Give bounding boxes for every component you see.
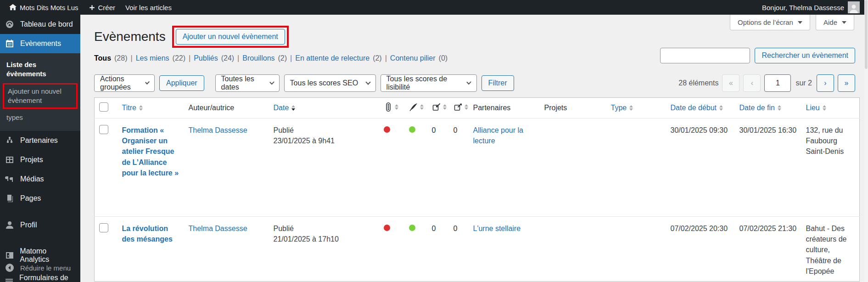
view-posts-label: Voir les articles bbox=[125, 4, 172, 11]
readability-score-badge bbox=[409, 225, 415, 231]
add-new-event-button[interactable]: Ajouter un nouvel évènement bbox=[176, 29, 285, 45]
view-posts-link[interactable]: Voir les articles bbox=[121, 0, 176, 15]
view-link-mine[interactable]: Les miens bbox=[136, 54, 169, 62]
sort-icon bbox=[443, 104, 447, 110]
sidebar-item-projects[interactable]: Projets bbox=[0, 150, 80, 169]
help-button[interactable]: Aide bbox=[816, 15, 854, 30]
view-link-all[interactable]: Tous bbox=[94, 54, 111, 62]
column-partners: Partenaires bbox=[473, 104, 511, 112]
sidebar-item-dashboard[interactable]: Tableau de bord bbox=[0, 15, 80, 34]
sort-icon bbox=[629, 105, 633, 111]
sidebar-item-label: Médias bbox=[20, 175, 44, 183]
view-link-drafts[interactable]: Brouillons bbox=[242, 54, 274, 62]
sort-icon bbox=[139, 105, 143, 111]
sidebar-item-pages[interactable]: Pages bbox=[0, 189, 80, 208]
start-date-cell: 30/01/2025 09:30 bbox=[671, 126, 728, 134]
projects-icon bbox=[5, 155, 15, 164]
scrollbar[interactable] bbox=[864, 0, 868, 282]
sort-seo-score[interactable] bbox=[384, 102, 398, 112]
sidebar-item-partners[interactable]: Partenaires bbox=[0, 131, 80, 150]
table-row: Formation « Organiser un atelier Fresque… bbox=[95, 118, 860, 217]
sort-icon bbox=[719, 105, 723, 111]
forms-icon bbox=[5, 277, 14, 282]
view-link-pending[interactable]: En attente de relecture bbox=[295, 54, 370, 62]
author-link[interactable]: Thelma Dassesse bbox=[189, 225, 247, 232]
sidebar-item-label: Projets bbox=[20, 156, 43, 164]
seo-score-icon bbox=[384, 102, 393, 112]
new-content-label: Créer bbox=[98, 4, 116, 11]
sort-readability-score[interactable] bbox=[409, 102, 424, 112]
row-checkbox[interactable] bbox=[99, 223, 108, 232]
post-date: 23/01/2025 à 9h41 bbox=[274, 135, 375, 146]
next-page-button[interactable]: › bbox=[817, 74, 834, 92]
events-table: Titre Auteur/autrice Date bbox=[94, 97, 860, 282]
view-link-published[interactable]: Publiés bbox=[194, 54, 218, 62]
seo-filter-select[interactable]: Tous les scores SEO bbox=[284, 74, 376, 92]
total-pages-label: sur 2 bbox=[795, 79, 812, 87]
sort-outgoing-links[interactable] bbox=[432, 102, 447, 112]
sort-date[interactable]: Date bbox=[274, 104, 296, 112]
sort-title[interactable]: Titre bbox=[122, 104, 143, 112]
end-date-cell: 07/02/2025 21:30 bbox=[739, 225, 797, 232]
last-page-button[interactable]: » bbox=[838, 74, 855, 92]
partner-link[interactable]: Alliance pour la lecture bbox=[473, 126, 523, 145]
view-link-cornerstone[interactable]: Contenu pilier bbox=[390, 54, 436, 62]
sidebar-item-label: Pages bbox=[20, 194, 41, 203]
event-title-link[interactable]: La révolution des mésanges bbox=[122, 225, 173, 243]
sort-incoming-links[interactable] bbox=[454, 102, 468, 112]
seo-score-badge bbox=[384, 225, 390, 231]
submenu-item-types[interactable]: types bbox=[0, 110, 80, 125]
sidebar-item-events[interactable]: Evènements bbox=[0, 34, 80, 53]
outgoing-links-icon bbox=[432, 102, 441, 112]
screen-options-button[interactable]: Options de l’écran bbox=[730, 15, 810, 30]
sort-type[interactable]: Type bbox=[611, 104, 633, 112]
pages-icon bbox=[5, 194, 15, 203]
first-page-button[interactable]: « bbox=[722, 74, 739, 92]
select-all-checkbox[interactable] bbox=[99, 102, 108, 112]
sort-start-date[interactable]: Date de début bbox=[671, 104, 723, 112]
end-date-cell: 30/01/2025 16:30 bbox=[739, 126, 797, 134]
readability-filter-select[interactable]: Tous les scores de lisibilité bbox=[381, 74, 477, 92]
current-page-input[interactable] bbox=[764, 74, 791, 92]
start-date-cell: 07/02/2025 20:30 bbox=[671, 225, 728, 232]
search-events-button[interactable]: Rechercher un évènement bbox=[755, 48, 855, 63]
event-title-link[interactable]: Formation « Organiser un atelier Fresque… bbox=[122, 126, 179, 177]
chevron-down-icon bbox=[467, 80, 472, 85]
submenu-item-add-event[interactable]: Ajouter un nouvel évènement bbox=[3, 83, 78, 109]
author-link[interactable]: Thelma Dassesse bbox=[189, 126, 247, 134]
seo-score-badge bbox=[384, 126, 390, 133]
prev-page-button[interactable]: ‹ bbox=[743, 74, 761, 92]
pagination: 28 éléments « ‹ sur 2 › » bbox=[678, 74, 855, 92]
calendar-icon bbox=[5, 39, 15, 48]
sort-icon bbox=[465, 104, 468, 110]
scrollbar-thumb[interactable] bbox=[865, 0, 868, 69]
submenu-item-events-list[interactable]: Liste des évènements bbox=[0, 57, 80, 82]
filter-button[interactable]: Filtrer bbox=[482, 75, 514, 91]
new-content-menu[interactable]: Créer bbox=[84, 0, 120, 15]
sort-icon bbox=[778, 105, 781, 111]
avatar[interactable] bbox=[848, 1, 860, 13]
sidebar-item-media[interactable]: Médias bbox=[0, 169, 80, 189]
admin-sidebar: Tableau de bord Evènements Liste des évè… bbox=[0, 15, 80, 282]
site-name: Mots Dits Mots Lus bbox=[20, 4, 78, 11]
chevron-down-icon bbox=[842, 21, 846, 24]
sort-location[interactable]: Lieu bbox=[806, 104, 826, 112]
user-greeting[interactable]: Bonjour, Thelma Dassesse bbox=[762, 4, 844, 11]
collapse-menu-button[interactable]: Réduire le menu bbox=[0, 259, 80, 276]
site-menu[interactable]: Mots Dits Mots Lus bbox=[5, 0, 83, 15]
row-checkbox[interactable] bbox=[99, 125, 108, 134]
outgoing-links-count: 0 bbox=[432, 126, 436, 134]
sidebar-item-label: Evènements bbox=[20, 39, 61, 48]
readability-score-badge bbox=[409, 126, 415, 133]
sort-icon bbox=[420, 104, 424, 110]
sidebar-item-profile[interactable]: Profil bbox=[0, 215, 80, 235]
events-submenu: Liste des évènements Ajouter un nouvel é… bbox=[0, 53, 80, 131]
sort-end-date[interactable]: Date de fin bbox=[739, 104, 781, 112]
bulk-actions-select[interactable]: Actions groupées bbox=[94, 74, 155, 92]
annotation-box: Ajouter un nouvel évènement bbox=[172, 26, 289, 48]
dates-filter-select[interactable]: Toutes les dates bbox=[215, 74, 280, 92]
apply-button[interactable]: Appliquer bbox=[159, 75, 204, 91]
partner-link[interactable]: L'urne stellaire bbox=[473, 225, 521, 232]
sort-icon bbox=[823, 105, 826, 111]
search-input[interactable] bbox=[660, 48, 750, 63]
